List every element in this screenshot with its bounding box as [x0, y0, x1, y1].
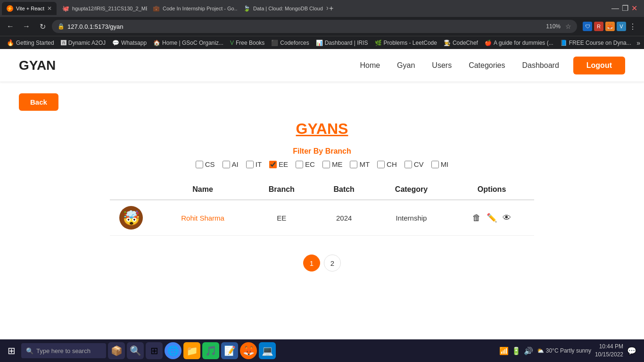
view-icon[interactable]: 👁 [503, 213, 511, 223]
tab-close-btn[interactable]: ✕ [47, 5, 52, 12]
address-bar[interactable]: 🔒 127.0.0.1:5173/gyan 110% ☆ [52, 20, 577, 33]
filter-it[interactable]: IT [246, 160, 262, 168]
bookmark-whatsapp[interactable]: 💬 Whatsapp [109, 39, 149, 47]
taskbar-vscode-icon[interactable]: 💻 [259, 342, 276, 359]
reload-button[interactable]: ↻ [36, 20, 49, 33]
taskbar-spotify-icon[interactable]: 🎵 [202, 342, 219, 359]
bookmark-label-cc: CodeChef [453, 40, 478, 46]
taskbar-chrome-icon[interactable]: 🌐 [165, 342, 182, 359]
tab3-title: Code In Internship Project - Go... [163, 6, 238, 11]
tab4-close[interactable]: ✕ [326, 5, 328, 12]
extension-icons: 🛡 R 🦊 V ⋮ [580, 22, 640, 31]
checkbox-ch[interactable] [377, 161, 385, 168]
back-button[interactable]: Back [19, 93, 58, 111]
bookmark-dashboard-iris[interactable]: 📊 Dashboard | IRIS [313, 39, 371, 47]
notification-icon[interactable]: 💬 [627, 346, 636, 355]
delete-icon[interactable]: 🗑 [472, 213, 481, 223]
nav-dashboard[interactable]: Dashboard [522, 61, 559, 70]
checkbox-ai[interactable] [223, 161, 230, 168]
tab-3[interactable]: 💼 Code In Internship Project - Go... ✕ [148, 2, 238, 15]
tab2-title: hgupta12/IRIS_211CS130_2_ME... [72, 6, 147, 11]
td-options: 🗑 ✏️ 👁 [449, 200, 534, 236]
filter-me[interactable]: ME [322, 160, 343, 168]
star-icon[interactable]: ☆ [565, 23, 571, 30]
bookmark-codechef[interactable]: 👨‍🍳 CodeChef [441, 39, 481, 47]
menu-dots[interactable]: ⋮ [628, 22, 637, 31]
bookmark-free-course[interactable]: 📘 FREE Course on Dyna... [557, 39, 634, 47]
th-batch: Batch [314, 180, 373, 200]
nav-gyan[interactable]: Gyan [397, 61, 415, 70]
checkbox-ee[interactable] [269, 161, 277, 168]
filter-cv[interactable]: CV [405, 160, 424, 168]
bookmark-leetcode[interactable]: 🌿 Problems - LeetCode [372, 39, 440, 47]
ext-red[interactable]: R [594, 22, 603, 31]
bookmark-getting-started[interactable]: 🔥 Getting Started [4, 38, 57, 47]
start-button[interactable]: ⊞ [4, 343, 19, 358]
forward-nav-button[interactable]: → [20, 20, 33, 33]
weather-icon: ⛅ [537, 347, 544, 354]
page-btn-2[interactable]: 2 [324, 255, 341, 272]
filter-ch[interactable]: CH [377, 160, 397, 168]
checkbox-me[interactable] [322, 161, 330, 168]
filter-ai[interactable]: AI [223, 160, 239, 168]
bookmark-codeforces[interactable]: ⬛ Codeforces [268, 39, 312, 47]
taskbar-firefox-icon[interactable]: 🦊 [240, 342, 257, 359]
checkbox-mt[interactable] [350, 161, 357, 168]
bookmarks-more-icon[interactable]: » [636, 39, 640, 47]
filter-mt[interactable]: MT [350, 160, 370, 168]
taskbar-explorer-icon[interactable]: 📁 [183, 342, 200, 359]
back-nav-button[interactable]: ← [4, 20, 17, 33]
name-link[interactable]: Rohit Sharma [181, 214, 224, 222]
bookmark-guide[interactable]: 🍎 A guide for dummies (... [482, 39, 556, 47]
checkbox-ec[interactable] [296, 161, 303, 168]
bookmark-icon-gsoc: 🏠 [153, 40, 160, 46]
system-icons: 📶 🔋 🔊 [499, 346, 533, 355]
th-category: Category [373, 180, 449, 200]
bookmark-gsoc[interactable]: 🏠 Home | GSoC Organiz... [150, 39, 226, 47]
bookmark-freebooks[interactable]: V Free Books [227, 39, 267, 47]
taskbar-ms-icon[interactable]: ⊞ [146, 342, 163, 359]
filter-ec[interactable]: EC [296, 160, 315, 168]
table-header-row: Name Branch Batch Category Options [110, 180, 534, 200]
security-icon: 🔒 [58, 23, 65, 30]
taskbar-search[interactable]: 🔍 Type here to search [21, 343, 106, 358]
taskbar-files-icon[interactable]: 📦 [108, 342, 125, 359]
bookmark-label-course: FREE Course on Dyna... [569, 40, 631, 46]
close-window-button[interactable]: ✕ [631, 5, 637, 12]
tab-2[interactable]: 🐙 hgupta12/IRIS_211CS130_2_ME... ✕ [58, 2, 147, 15]
filter-checkboxes: CS AI IT EE EC [19, 160, 625, 168]
nav-home[interactable]: Home [360, 61, 380, 70]
window-controls: — ❐ ✕ [611, 5, 642, 12]
page-btn-1[interactable]: 1 [303, 255, 320, 272]
filter-mi[interactable]: MI [431, 160, 449, 168]
taskbar-search-icon[interactable]: 🔍 [127, 342, 144, 359]
checkbox-cs[interactable] [196, 161, 203, 168]
th-name: Name [157, 180, 248, 200]
checkbox-mi[interactable] [431, 161, 439, 168]
new-tab-button[interactable]: + [329, 5, 333, 12]
td-avatar: 🤯 [110, 200, 157, 236]
ext-orange[interactable]: 🦊 [605, 22, 615, 31]
ext-blue[interactable]: V [617, 22, 626, 31]
checkbox-cv[interactable] [405, 161, 412, 168]
time-display: 10:44 PM [595, 343, 623, 351]
filter-cs[interactable]: CS [196, 160, 215, 168]
taskbar-right: 📶 🔋 🔊 ⛅ 30°C Partly sunny 10:44 PM 10/15… [499, 343, 640, 359]
bookmark-icon-dynamic: 🅰 [61, 40, 66, 46]
ext-shield[interactable]: 🛡 [583, 22, 592, 31]
options-cell: 🗑 ✏️ 👁 [459, 213, 525, 223]
bookmark-icon-guide: 🍎 [485, 40, 492, 46]
checkbox-it[interactable] [246, 161, 254, 168]
maximize-button[interactable]: ❐ [622, 5, 628, 12]
edit-icon[interactable]: ✏️ [487, 213, 497, 223]
taskbar-word-icon[interactable]: 📝 [221, 342, 238, 359]
filter-ee[interactable]: EE [269, 160, 288, 168]
nav-users[interactable]: Users [432, 61, 452, 70]
bookmark-dynamic-a2oj[interactable]: 🅰 Dynamic A2OJ [58, 39, 108, 47]
td-name: Rohit Sharma [157, 200, 248, 236]
tab-active[interactable]: ⚡ Vite + React ✕ [2, 2, 57, 15]
tab-4[interactable]: 🍃 Data | Cloud: MongoDB Cloud ✕ [239, 2, 328, 15]
logout-button[interactable]: Logout [573, 57, 625, 74]
minimize-button[interactable]: — [611, 5, 619, 12]
nav-categories[interactable]: Categories [469, 61, 505, 70]
